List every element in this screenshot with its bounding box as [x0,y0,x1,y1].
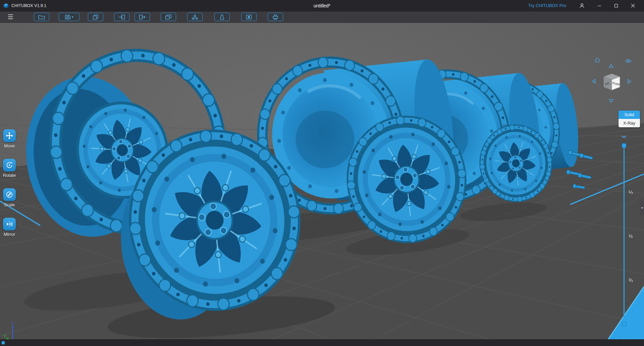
clone-icon [165,14,172,20]
z-axis-label: Z [11,322,14,326]
main-toolbar: ☰ ▾ [0,11,644,23]
app-window: CHITUBOX V1.9.1 untitled* Try CHITUBOX P… [0,0,644,346]
import-icon [118,14,125,20]
display-mode-toggle: Solid X-Ray [619,111,640,127]
hollow-icon [219,14,225,20]
chevron-down-icon [619,134,629,139]
visibility-button[interactable] [625,58,631,65]
open-folder-icon [38,14,45,20]
eye-icon [625,58,631,64]
arrange-button[interactable] [187,13,203,21]
scale-tool[interactable]: Scale [3,188,16,207]
mirror-tool-label: Mirror [4,232,15,237]
viewcube[interactable]: left Front [598,71,625,95]
viewcube-icon: left Front [598,71,625,94]
menu-button[interactable]: ☰ [6,14,15,20]
document-title: untitled* [314,3,331,8]
slider-collapse-button[interactable] [619,134,629,140]
minimize-icon [597,4,601,8]
titlebar-actions: Try CHITUBOX Pro [528,0,644,11]
mirror-tool[interactable]: Mirror [3,218,16,237]
home-view-button[interactable] [594,57,600,64]
maximize-icon [614,4,618,8]
slider-track[interactable] [624,145,625,324]
scale-icon [6,191,13,198]
save-dropdown-icon[interactable]: ▾ [72,15,73,19]
collapse-left-icon: ◂ [641,206,643,209]
account-button[interactable] [576,0,588,11]
rotate-view-up-button[interactable] [608,63,614,69]
slider-handle-top[interactable] [622,143,626,148]
save-icon [65,14,71,20]
axis-indicator: Z Y X [3,322,33,339]
slider-tick-half: ½ [629,233,633,239]
arrow-right-icon [627,79,632,84]
arrow-down-icon [608,99,614,103]
print-icon [272,14,279,20]
app-identity: CHITUBOX V1.9.1 [0,3,46,8]
export-button[interactable] [135,13,150,21]
arrow-left-icon [592,79,596,84]
settings-panel-handle[interactable]: ◂ [640,200,644,215]
y-axis-label: Y [3,334,6,339]
slider-tick-three-quarter: ¾ [629,277,633,283]
hamburger-icon: ☰ [7,13,13,20]
user-icon [579,3,585,8]
layer-preview-slider: ¼ ½ ¾ [622,143,626,326]
move-icon [6,132,13,139]
viewport-3d[interactable]: Move Rotate Scale [0,23,644,339]
home-icon [594,57,600,63]
close-button[interactable] [627,0,639,11]
copy-button[interactable] [88,13,103,21]
viewcube-cluster: left Front [594,55,644,113]
hollow-button[interactable] [214,13,230,21]
close-icon [631,4,635,8]
solid-mode-button[interactable]: Solid [619,111,640,119]
titlebar: CHITUBOX V1.9.1 untitled* Try CHITUBOX P… [0,0,644,11]
mirror-icon [6,220,13,228]
rotate-tool-label: Rotate [3,173,16,178]
import-button[interactable] [114,13,129,21]
copy-icon [92,14,99,20]
export-icon [139,14,146,20]
rotate-view-down-button[interactable] [608,98,614,105]
open-button[interactable] [34,13,49,21]
status-bar [0,339,644,346]
auto-arrange-icon [192,14,198,20]
dig-hole-icon [246,14,252,20]
status-indicator [2,341,5,344]
slider-expand-button[interactable] [619,337,629,339]
print-button[interactable] [268,13,283,21]
clone-button[interactable] [161,13,176,21]
slider-handle-bottom[interactable] [622,322,626,326]
app-title: CHITUBOX V1.9.1 [11,3,46,8]
maximize-button[interactable] [610,0,622,11]
transform-toolbar: Move Rotate Scale [2,129,17,247]
scene-canvas[interactable] [0,23,644,339]
try-pro-link[interactable]: Try CHITUBOX Pro [528,3,566,8]
save-button[interactable]: ▾ [59,13,79,21]
arrow-up-icon [608,64,614,68]
xray-mode-button[interactable]: X-Ray [619,119,640,127]
dig-hole-button[interactable] [241,13,257,21]
move-tool-label: Move [4,143,15,148]
chitubox-logo-icon [3,3,9,8]
minimize-button[interactable] [594,0,605,11]
scale-tool-label: Scale [4,202,15,207]
rotate-view-left-button[interactable] [592,79,596,85]
rotate-tool[interactable]: Rotate [3,159,16,178]
rotate-icon [6,161,13,169]
slider-tick-quarter: ¼ [629,189,633,195]
rotate-view-right-button[interactable] [627,79,632,85]
move-tool[interactable]: Move [3,129,16,148]
chevron-up-icon [619,337,629,339]
